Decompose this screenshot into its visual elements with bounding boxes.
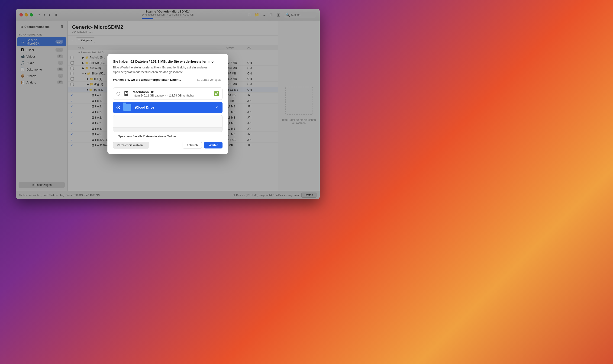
radio-button-macintosh[interactable]: [117, 92, 120, 96]
modal-dialog: Sie haben 52 Dateien / 151,1 MB, die Sie…: [107, 54, 228, 154]
save-in-folder-label: Speichern Sie alle Dateien in einem Ordn…: [118, 135, 176, 138]
modal-description: Bitte Wiederherstellungsziel wählen. Es …: [113, 65, 222, 74]
path-input-area[interactable]: [113, 115, 222, 132]
path-scrollbar[interactable]: [113, 127, 222, 131]
check-icon-icloud: ✓: [214, 105, 219, 110]
hdd-icon: 🖥: [123, 90, 129, 97]
check-icon-macintosh: ✅: [214, 91, 219, 96]
weiter-button[interactable]: Weiter: [204, 142, 223, 148]
verzeichnis-button[interactable]: Verzeichnis wählen...: [113, 142, 149, 148]
modal-overlay: Sie haben 52 Dateien / 151,1 MB, die Sie…: [16, 9, 320, 199]
device-details: Intern 245,11 GB Laufwerk - 118,79 GB ve…: [133, 94, 211, 97]
device-name: iCloud Drive: [135, 105, 211, 109]
device-info-macintosh: Macintosh HD Intern 245,11 GB Laufwerk -…: [133, 90, 211, 97]
modal-available-text: (1 Geräte verfügbar): [197, 78, 222, 81]
radio-button-icloud[interactable]: [117, 105, 120, 109]
device-option-macintosh[interactable]: 🖥 Macintosh HD Intern 245,11 GB Laufwerk…: [113, 88, 222, 100]
modal-title: Sie haben 52 Dateien / 151,1 MB, die Sie…: [113, 59, 222, 63]
abbruch-button[interactable]: Abbruch: [183, 142, 202, 148]
device-name: Macintosh HD: [133, 90, 211, 94]
modal-buttons-right: Abbruch Weiter: [183, 142, 222, 148]
modal-buttons: Verzeichnis wählen... Abbruch Weiter: [113, 142, 222, 148]
modal-checkbox-row: Speichern Sie alle Dateien in einem Ordn…: [113, 135, 222, 138]
device-option-icloud[interactable]: iCloud Drive ✓: [113, 102, 222, 113]
modal-question: Wählen Sie, wo die wiederhergestellten D…: [113, 78, 181, 81]
save-in-folder-checkbox[interactable]: [113, 135, 116, 138]
app-window: ⌂ ‹ › ⏸ Scanne "Generic- MicroSD/M2" 24%…: [16, 9, 320, 199]
device-info-icloud: iCloud Drive: [135, 105, 211, 109]
